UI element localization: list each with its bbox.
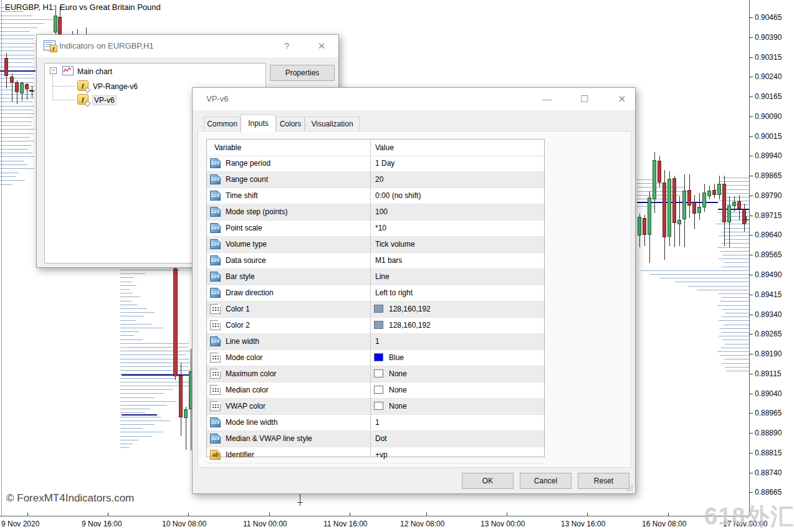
tree-item-main-chart[interactable]: Main chart bbox=[77, 67, 112, 76]
volume-profile-line bbox=[120, 324, 151, 325]
input-value[interactable]: *10 bbox=[375, 224, 386, 232]
input-value[interactable]: 20 bbox=[375, 175, 383, 184]
volume-profile-line bbox=[120, 277, 134, 278]
volume-profile-line bbox=[120, 447, 129, 448]
candle-body bbox=[727, 206, 731, 222]
minimize-icon[interactable]: — bbox=[542, 93, 553, 104]
indicator-f-icon: ƒ bbox=[77, 94, 88, 105]
properties-button[interactable]: Properties bbox=[270, 65, 335, 81]
input-row-range-period[interactable]: 123Range period1 Day bbox=[207, 156, 544, 172]
input-row-mode-color[interactable]: Mode colorBlue bbox=[207, 350, 544, 366]
volume-profile-line bbox=[120, 428, 142, 429]
input-value[interactable]: Line bbox=[375, 272, 390, 281]
input-row-range-count[interactable]: 123Range count20 bbox=[207, 172, 544, 188]
price-label: 0.88815 bbox=[755, 449, 782, 457]
volume-profile-line bbox=[0, 50, 34, 51]
numeric-param-icon: 123 bbox=[210, 255, 221, 265]
price-label: 0.89115 bbox=[755, 369, 782, 378]
input-row-vwap-color[interactable]: VWAP colorNone bbox=[207, 399, 544, 415]
color-swatch[interactable] bbox=[374, 321, 383, 329]
input-variable-name: Draw direction bbox=[226, 288, 274, 297]
input-row-median-color[interactable]: Median colorNone bbox=[207, 382, 544, 399]
price-tick bbox=[749, 275, 753, 275]
time-tick bbox=[350, 513, 350, 516]
color-swatch[interactable] bbox=[374, 353, 383, 361]
input-value[interactable]: 128,160,192 bbox=[389, 305, 431, 313]
resize-grip-icon[interactable] bbox=[626, 485, 633, 491]
tree-item-vp-range-v6[interactable]: VP-Range-v6 bbox=[93, 82, 138, 91]
volume-profile-line bbox=[0, 102, 32, 102]
tree-item-vp-v6[interactable]: VP-v6 bbox=[93, 96, 116, 105]
vp-dialog-titlebar[interactable]: VP-v6 — ☐ ✕ bbox=[193, 88, 635, 110]
input-value[interactable]: Left to right bbox=[375, 288, 413, 297]
input-value[interactable]: 0:00 (no shift) bbox=[375, 191, 421, 200]
input-value[interactable]: M1 bars bbox=[375, 256, 402, 265]
color-swatch[interactable] bbox=[374, 402, 383, 410]
volume-profile-line bbox=[719, 293, 750, 294]
candle-body bbox=[682, 191, 686, 219]
tab-visualization[interactable]: Visualization bbox=[305, 116, 360, 131]
indicators-dialog-titlebar[interactable]: Indicators on EURGBP,H1 ? ✕ bbox=[37, 35, 338, 57]
input-row-median-vwap-line-style[interactable]: 123Median & VWAP line styleDot bbox=[207, 431, 544, 447]
tree-connector bbox=[52, 74, 53, 100]
volume-profile-line bbox=[120, 432, 163, 432]
candle-body bbox=[658, 161, 661, 183]
time-axis-line bbox=[0, 516, 750, 516]
input-row-data-source[interactable]: 123Data sourceM1 bars bbox=[207, 253, 544, 269]
input-row-draw-direction[interactable]: 123Draw directionLeft to right bbox=[207, 285, 544, 302]
input-row-color-1[interactable]: Color 1128,160,192 bbox=[207, 302, 544, 318]
input-value[interactable]: 1 Day bbox=[375, 159, 395, 168]
input-row-line-width[interactable]: 123Line width1 bbox=[207, 334, 544, 350]
help-icon[interactable]: ? bbox=[281, 40, 292, 51]
input-value[interactable]: +vp bbox=[375, 450, 388, 459]
close-icon[interactable]: ✕ bbox=[616, 93, 628, 105]
input-value[interactable]: 1 bbox=[375, 418, 380, 427]
color-swatch[interactable] bbox=[374, 305, 383, 313]
volume-profile-line bbox=[120, 389, 173, 390]
palette-icon bbox=[210, 353, 221, 363]
input-row-bar-style[interactable]: 123Bar styleLine bbox=[207, 269, 544, 285]
tab-inputs[interactable]: Inputs bbox=[241, 115, 276, 132]
input-row-point-scale[interactable]: 123Point scale*10 bbox=[207, 221, 544, 237]
close-icon[interactable]: ✕ bbox=[316, 40, 327, 52]
input-row-mode-step-points[interactable]: 123Mode step (points)100 bbox=[207, 204, 544, 221]
cancel-button[interactable]: Cancel bbox=[520, 473, 572, 489]
tree-expand-toggle[interactable]: − bbox=[50, 67, 57, 74]
ok-button[interactable]: OK bbox=[462, 473, 514, 489]
input-row-maximum-color[interactable]: Maximum colorNone bbox=[207, 366, 544, 382]
input-row-time-shift[interactable]: 123Time shift0:00 (no shift) bbox=[207, 188, 544, 204]
input-value[interactable]: None bbox=[389, 386, 407, 394]
input-value[interactable]: Dot bbox=[375, 434, 387, 443]
input-row-volume-type[interactable]: 123Volume typeTick volume bbox=[207, 237, 544, 253]
color-swatch[interactable] bbox=[374, 369, 383, 378]
volume-profile-line bbox=[120, 289, 130, 290]
input-value[interactable]: Tick volume bbox=[375, 240, 415, 249]
input-value[interactable]: Blue bbox=[389, 353, 404, 362]
price-label: 0.89790 bbox=[755, 191, 782, 200]
numeric-param-icon: 123 bbox=[210, 174, 221, 184]
palette-icon bbox=[210, 320, 221, 330]
color-swatch[interactable] bbox=[374, 386, 383, 394]
input-row-identifier[interactable]: abIdentifier+vp bbox=[207, 447, 544, 463]
tab-colors[interactable]: Colors bbox=[276, 116, 305, 131]
volume-profile-line bbox=[0, 129, 34, 130]
input-value[interactable]: 1 bbox=[375, 337, 380, 346]
price-tick bbox=[749, 374, 753, 374]
volume-profile-line bbox=[725, 367, 750, 368]
volume-profile-line bbox=[0, 23, 44, 24]
input-value[interactable]: 100 bbox=[375, 207, 388, 216]
input-value[interactable]: None bbox=[389, 369, 407, 378]
maximize-icon[interactable]: ☐ bbox=[579, 93, 590, 105]
numeric-param-icon: 123 bbox=[210, 417, 221, 427]
input-value[interactable]: None bbox=[389, 402, 407, 411]
input-row-mode-line-width[interactable]: 123Mode line width1 bbox=[207, 415, 544, 431]
volume-profile-line bbox=[0, 19, 53, 20]
reset-button[interactable]: Reset bbox=[578, 473, 629, 489]
time-tick bbox=[426, 513, 427, 516]
inputs-table[interactable]: Variable Value 123Range period1 Day123Ra… bbox=[206, 139, 545, 457]
volume-profile-line bbox=[0, 161, 24, 161]
input-row-color-2[interactable]: Color 2128,160,192 bbox=[207, 318, 544, 334]
input-value[interactable]: 128,160,192 bbox=[389, 321, 431, 330]
tab-common[interactable]: Common bbox=[204, 116, 241, 131]
price-tick bbox=[749, 334, 753, 335]
